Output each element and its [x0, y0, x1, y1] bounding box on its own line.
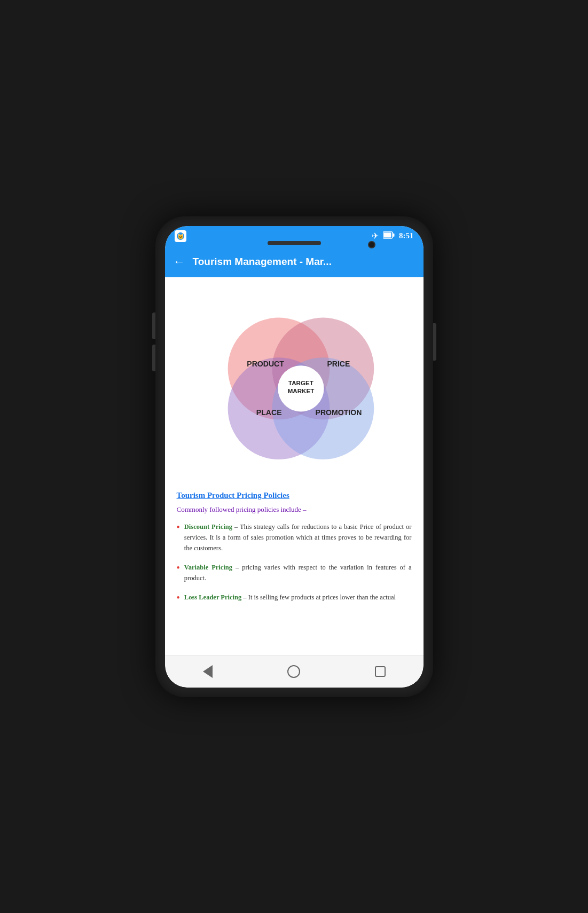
bullet-dot-2: • [177, 563, 180, 573]
nav-home-icon [287, 665, 300, 678]
back-button[interactable]: ← [174, 255, 185, 269]
status-right: ✈ 8:51 [372, 231, 414, 241]
speaker-grill [268, 241, 321, 245]
airplane-icon: ✈ [372, 231, 379, 241]
place-label: PLACE [256, 408, 281, 417]
nav-recent-icon [375, 666, 386, 677]
bullet-item-2: • Variable Pricing – pricing varies with… [177, 562, 412, 583]
nav-back-icon [203, 665, 213, 678]
venn-diagram: PRODUCT PRICE PLACE PROMOTION TARGET MAR… [203, 288, 385, 480]
app-bar: ← Tourism Management - Mar... [165, 246, 424, 277]
bullet-item-3: • Loss Leader Pricing – It is selling fe… [177, 592, 412, 603]
bullet-text-1: Discount Pricing – This strategy calls f… [184, 521, 412, 553]
term-2: Variable Pricing [184, 564, 232, 571]
volume-up-button[interactable] [152, 313, 155, 339]
svg-rect-3 [384, 232, 391, 237]
intro-text: Commonly followed pricing policies inclu… [177, 505, 412, 514]
phone-inner: 😺 ✈ 8:51 [165, 226, 424, 688]
venn-diagram-container: PRODUCT PRICE PLACE PROMOTION TARGET MAR… [165, 277, 424, 486]
status-left: 😺 [175, 230, 186, 242]
nav-recent-button[interactable] [372, 664, 388, 680]
battery-icon [383, 231, 395, 241]
front-camera [368, 241, 375, 248]
product-label: PRODUCT [247, 359, 284, 368]
app-bar-title: Tourism Management - Mar... [193, 256, 332, 268]
text-content: Tourism Product Pricing Policies Commonl… [165, 486, 424, 622]
bullet-text-3: Loss Leader Pricing – It is selling few … [184, 592, 396, 603]
target-label-line2: MARKET [287, 387, 314, 394]
promotion-label: PROMOTION [315, 408, 362, 417]
bullet-text-2: Variable Pricing – pricing varies with r… [184, 562, 412, 583]
bullet-list: • Discount Pricing – This strategy calls… [177, 521, 412, 603]
volume-down-button[interactable] [152, 345, 155, 371]
nav-back-button[interactable] [200, 664, 216, 680]
status-time: 8:51 [399, 231, 414, 240]
bullet-dot-3: • [177, 593, 180, 603]
phone-device: 😺 ✈ 8:51 [155, 216, 433, 697]
bullet-dot-1: • [177, 522, 180, 532]
svg-rect-4 [393, 233, 395, 237]
content-area[interactable]: PRODUCT PRICE PLACE PROMOTION TARGET MAR… [165, 277, 424, 656]
app-icon: 😺 [175, 230, 186, 242]
price-label: PRICE [327, 359, 350, 368]
bullet-item-1: • Discount Pricing – This strategy calls… [177, 521, 412, 553]
nav-home-button[interactable] [286, 664, 302, 680]
term-1: Discount Pricing [184, 523, 232, 530]
power-button[interactable] [433, 323, 436, 361]
svg-text:😺: 😺 [177, 233, 184, 240]
nav-bar [165, 656, 424, 688]
screen: 😺 ✈ 8:51 [165, 226, 424, 688]
term-3: Loss Leader Pricing [184, 594, 241, 601]
section-title: Tourism Product Pricing Policies [177, 491, 412, 500]
target-label-line1: TARGET [288, 379, 313, 386]
